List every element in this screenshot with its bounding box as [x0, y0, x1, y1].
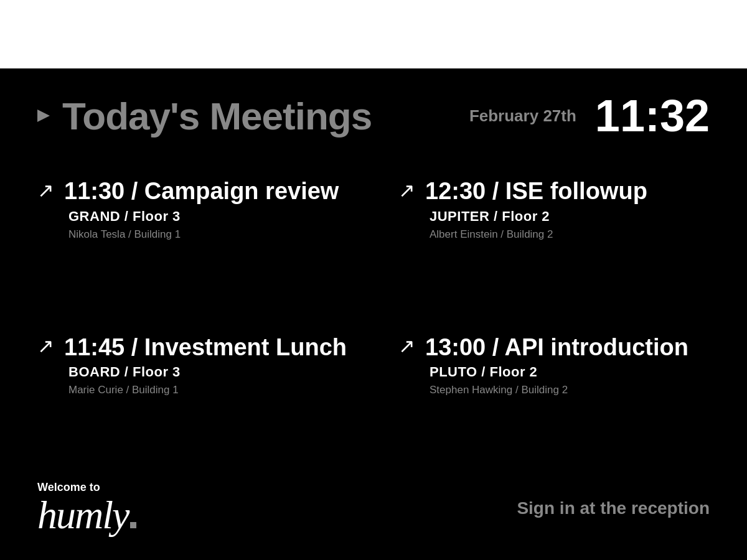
meeting-title-row-2: ↗ 12:30 / ISE followup: [398, 179, 697, 205]
meeting-room-2: JUPITER / Floor 2: [430, 208, 697, 225]
humly-logo-text: humly: [37, 495, 128, 535]
meeting-person-3: Marie Curie / Building 1: [68, 384, 361, 396]
meeting-title-row-4: ↗ 13:00 / API introduction: [398, 335, 697, 361]
welcome-text: Welcome to: [37, 481, 136, 494]
meetings-grid: ↗ 11:30 / Campaign review GRAND / Floor …: [37, 157, 710, 475]
meeting-item-1[interactable]: ↗ 11:30 / Campaign review GRAND / Floor …: [37, 163, 374, 319]
footer: Welcome to humly Sign in at the receptio…: [37, 475, 710, 560]
meeting-arrow-icon-4: ↗: [398, 336, 415, 356]
meeting-title-row-1: ↗ 11:30 / Campaign review: [37, 179, 361, 205]
meeting-title-row-3: ↗ 11:45 / Investment Lunch: [37, 335, 361, 361]
branding: Welcome to humly: [37, 481, 136, 535]
meeting-item-3[interactable]: ↗ 11:45 / Investment Lunch BOARD / Floor…: [37, 319, 374, 475]
header-left: Today's Meetings: [37, 94, 372, 138]
meeting-arrow-icon-3: ↗: [37, 336, 54, 356]
meeting-item-4[interactable]: ↗ 13:00 / API introduction PLUTO / Floor…: [374, 319, 710, 475]
humly-logo: humly: [37, 495, 136, 535]
date-label: February 27th: [469, 106, 576, 126]
page-title: Today's Meetings: [62, 94, 372, 138]
meeting-person-2: Albert Einstein / Building 2: [430, 228, 697, 241]
top-white-bar: [0, 0, 747, 68]
meeting-room-3: BOARD / Floor 3: [68, 364, 361, 380]
meeting-title-1: 11:30 / Campaign review: [64, 179, 339, 205]
meeting-title-3: 11:45 / Investment Lunch: [64, 335, 347, 361]
meeting-title-4: 13:00 / API introduction: [425, 335, 688, 361]
time-label: 11:32: [595, 93, 710, 138]
meeting-person-1: Nikola Tesla / Building 1: [68, 228, 361, 241]
meeting-item-2[interactable]: ↗ 12:30 / ISE followup JUPITER / Floor 2…: [374, 163, 710, 319]
meeting-person-4: Stephen Hawking / Building 2: [430, 384, 697, 396]
sign-in-text: Sign in at the reception: [517, 498, 710, 518]
main-container: Today's Meetings February 27th 11:32 ↗ 1…: [0, 68, 747, 560]
meeting-room-1: GRAND / Floor 3: [68, 208, 361, 225]
humly-logo-dot: [130, 522, 136, 528]
header: Today's Meetings February 27th 11:32: [37, 68, 710, 157]
arrow-indicator-icon: [37, 110, 50, 122]
meeting-arrow-icon-1: ↗: [37, 180, 54, 200]
header-right: February 27th 11:32: [469, 93, 710, 138]
meeting-title-2: 12:30 / ISE followup: [425, 179, 647, 205]
meeting-arrow-icon-2: ↗: [398, 180, 415, 200]
meeting-room-4: PLUTO / Floor 2: [430, 364, 697, 380]
